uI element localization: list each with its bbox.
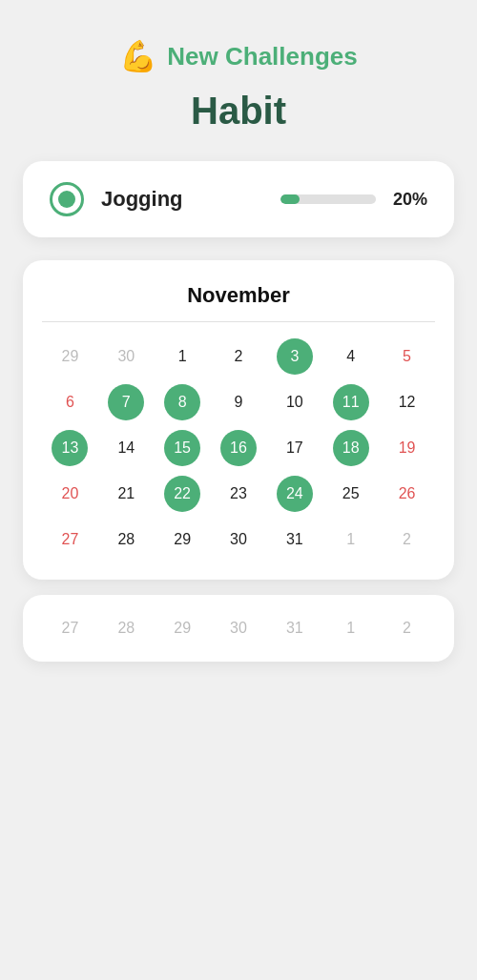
calendar-day: 12 <box>399 381 416 423</box>
calendar-day-wrapper: 11 <box>322 381 379 423</box>
calendar-day: 6 <box>66 381 74 423</box>
calendar-day-wrapper: 30 <box>98 336 155 378</box>
calendar-day-wrapper: 12 <box>379 381 435 423</box>
calendar-day: 2 <box>235 336 243 378</box>
page-title: Habit <box>191 90 286 133</box>
calendar-day: 17 <box>286 427 303 469</box>
calendar-day: 29 <box>174 519 191 561</box>
calendar-day-wrapper: 6 <box>42 381 98 423</box>
calendar-day: 5 <box>403 336 411 378</box>
calendar-day-wrapper: 24 <box>266 473 322 515</box>
calendar-day[interactable]: 7 <box>108 384 144 420</box>
calendar-day-wrapper: 19 <box>379 427 435 469</box>
calendar-day[interactable]: 22 <box>164 476 200 512</box>
secondary-calendar-day: 29 <box>155 610 211 646</box>
calendar-day-wrapper: 10 <box>266 381 322 423</box>
calendar-day-wrapper: 22 <box>155 473 211 515</box>
calendar-day-wrapper: 21 <box>98 473 155 515</box>
calendar-day[interactable]: 24 <box>277 476 313 512</box>
calendar-day[interactable]: 15 <box>164 430 200 466</box>
habit-icon-inner <box>58 191 75 208</box>
calendar-day-wrapper: 7 <box>98 381 155 423</box>
secondary-calendar-day: 30 <box>211 610 267 646</box>
calendar-day-wrapper: 27 <box>42 519 98 561</box>
progress-bar-fill <box>280 194 300 204</box>
header-title: New Challenges <box>167 42 357 71</box>
calendar-day: 1 <box>178 336 187 378</box>
calendar-grid: 2930123456789101112131415161718192021222… <box>42 336 435 561</box>
calendar-day-wrapper: 3 <box>266 336 322 378</box>
calendar-day-wrapper: 9 <box>211 381 267 423</box>
calendar-day[interactable]: 3 <box>277 338 313 375</box>
calendar-day-wrapper: 29 <box>42 336 98 378</box>
calendar-day: 30 <box>117 336 135 378</box>
calendar-day: 30 <box>230 519 247 561</box>
calendar-divider <box>42 321 435 322</box>
calendar-day: 14 <box>117 427 135 469</box>
calendar-day[interactable]: 18 <box>333 430 369 466</box>
calendar-day: 20 <box>62 473 79 515</box>
secondary-calendar-day: 1 <box>322 610 379 646</box>
secondary-calendar-day: 27 <box>42 610 98 646</box>
calendar-day: 25 <box>342 473 360 515</box>
calendar-day-wrapper: 20 <box>42 473 98 515</box>
calendar-day-wrapper: 16 <box>211 427 267 469</box>
secondary-calendar-day: 28 <box>98 610 155 646</box>
calendar-month: November <box>42 283 435 308</box>
secondary-calendar-card: 272829303112 <box>23 595 454 662</box>
calendar-day-wrapper: 30 <box>211 519 267 561</box>
calendar-card: November 2930123456789101112131415161718… <box>23 260 454 580</box>
calendar-day: 19 <box>399 427 416 469</box>
habit-status-icon <box>50 182 84 216</box>
calendar-day: 31 <box>286 519 303 561</box>
calendar-day: 1 <box>346 519 355 561</box>
calendar-day-wrapper: 26 <box>379 473 435 515</box>
calendar-day-wrapper: 25 <box>322 473 379 515</box>
calendar-day[interactable]: 8 <box>164 384 200 420</box>
calendar-day-wrapper: 17 <box>266 427 322 469</box>
secondary-calendar-day: 31 <box>266 610 322 646</box>
habit-name: Jogging <box>101 187 263 212</box>
calendar-day-wrapper: 14 <box>98 427 155 469</box>
calendar-day-wrapper: 23 <box>211 473 267 515</box>
calendar-day-wrapper: 13 <box>42 427 98 469</box>
calendar-day: 10 <box>286 381 303 423</box>
calendar-day-wrapper: 29 <box>155 519 211 561</box>
secondary-calendar-day: 2 <box>379 610 435 646</box>
calendar-day: 23 <box>230 473 247 515</box>
calendar-day-wrapper: 1 <box>322 519 379 561</box>
calendar-day: 2 <box>403 519 411 561</box>
calendar-day[interactable]: 11 <box>333 384 369 420</box>
calendar-day: 21 <box>117 473 135 515</box>
calendar-day-wrapper: 2 <box>379 519 435 561</box>
progress-percent: 20% <box>393 190 427 210</box>
muscle-emoji: 💪 <box>119 38 157 74</box>
calendar-day-wrapper: 18 <box>322 427 379 469</box>
calendar-day-wrapper: 2 <box>211 336 267 378</box>
calendar-day-wrapper: 28 <box>98 519 155 561</box>
calendar-day[interactable]: 16 <box>220 430 257 466</box>
calendar-day-wrapper: 5 <box>379 336 435 378</box>
calendar-day: 28 <box>117 519 135 561</box>
header: 💪 New Challenges <box>119 38 357 74</box>
calendar-day: 9 <box>235 381 243 423</box>
calendar-day: 4 <box>346 336 355 378</box>
calendar-day: 27 <box>62 519 79 561</box>
calendar-day-wrapper: 8 <box>155 381 211 423</box>
calendar-day[interactable]: 13 <box>52 430 88 466</box>
calendar-day: 29 <box>62 336 79 378</box>
calendar-day: 26 <box>399 473 416 515</box>
habit-card[interactable]: Jogging 20% <box>23 161 454 237</box>
calendar-day-wrapper: 1 <box>155 336 211 378</box>
progress-bar <box>280 194 376 204</box>
secondary-grid: 272829303112 <box>42 610 435 646</box>
calendar-day-wrapper: 15 <box>155 427 211 469</box>
calendar-day-wrapper: 31 <box>266 519 322 561</box>
calendar-day-wrapper: 4 <box>322 336 379 378</box>
